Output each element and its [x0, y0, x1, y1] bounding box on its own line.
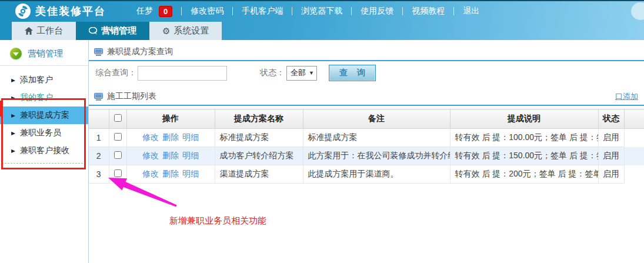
menu-change-password[interactable]: 修改密码 [191, 6, 223, 16]
trailing-cell [624, 129, 644, 147]
edit-link[interactable]: 修改 [142, 132, 159, 142]
delete-link[interactable]: 删除 [162, 132, 179, 142]
status-cell: 启用 [598, 165, 624, 184]
search-section-header: 兼职提成方案查询 [89, 40, 644, 61]
note-cell: 标准提成方案 [303, 129, 450, 147]
sidebar-dashed-divider [2, 163, 86, 164]
menu-logout[interactable]: 退出 [463, 6, 479, 16]
top-bar: 美佳装修平台 任梦 0 修改密码 手机客户端 浏览器下载 使用反馈 视频教程 退… [0, 0, 644, 21]
note-cell: 此提成方案用于渠道商。 [303, 165, 450, 184]
header-commission-desc: 提成说明 [450, 109, 598, 129]
collapse-circle-icon[interactable] [10, 48, 22, 59]
sidebar-item-label: 兼职客户接收 [20, 145, 69, 156]
sidebar-divider [0, 65, 88, 66]
trailing-cell [624, 147, 644, 165]
select-all-checkbox[interactable] [114, 114, 122, 122]
row-number: 1 [89, 129, 109, 147]
brand-title: 美佳装修平台 [35, 4, 106, 18]
row-operations: 修改删除明细 [126, 129, 215, 147]
detail-link[interactable]: 明细 [182, 169, 199, 178]
row-number: 3 [89, 165, 109, 184]
detail-link[interactable]: 明细 [182, 132, 199, 142]
query-label: 综合查询： [95, 68, 136, 78]
header-trailing [624, 109, 644, 129]
row-checkbox[interactable] [114, 151, 122, 159]
notification-badge[interactable]: 0 [159, 6, 172, 17]
commission-desc-cell: 转有效 后 提：200元；签单 后 提：签单 [450, 165, 598, 184]
top-header: 美佳装修平台 任梦 0 修改密码 手机客户端 浏览器下载 使用反馈 视频教程 退… [0, 0, 644, 40]
sidebar-item-parttime-salesman[interactable]: ▶ 兼职业务员 [0, 124, 88, 142]
edit-link[interactable]: 修改 [142, 169, 159, 178]
brand-logo-icon [15, 4, 31, 19]
row-checkbox[interactable] [114, 133, 122, 141]
detail-link[interactable]: 明细 [182, 151, 199, 160]
sidebar-item-parttime-customer-receive[interactable]: ▶ 兼职客户接收 [0, 142, 88, 159]
plan-name-cell: 成功客户转介绍方案 [215, 147, 303, 165]
commission-desc-cell: 转有效 后 提：150.00元；签单 后 提：签 [450, 147, 598, 165]
header-operations: 操作 [126, 109, 215, 129]
add-plan-link[interactable]: 口添加 [615, 91, 638, 102]
tab-label: 系统设置 [173, 25, 209, 36]
table-header-row: 操作 提成方案名称 备注 提成说明 状态 [89, 109, 644, 129]
query-button[interactable]: 查 询 [329, 65, 376, 81]
status-label: 状态： [260, 68, 285, 78]
bullet-triangle-icon: ▶ [11, 131, 15, 136]
menu-separator [232, 7, 233, 15]
user-name[interactable]: 任梦 [136, 6, 153, 16]
sidebar-item-parttime-commission-plan[interactable]: ▶ 兼职提成方案 [0, 106, 88, 124]
status-selected-value: 全部 [291, 68, 306, 78]
gear-icon: ⚙ [162, 26, 170, 35]
bullet-triangle-icon: ▶ [11, 95, 15, 101]
header-row-number [89, 109, 109, 129]
sidebar-group-header[interactable]: 营销管理 [0, 40, 88, 65]
menu-browser-download[interactable]: 浏览器下载 [301, 6, 342, 16]
query-input[interactable] [138, 66, 227, 81]
main-nav-tabs: 工作台 营销管理 ⚙ 系统设置 [12, 22, 222, 40]
delete-link[interactable]: 删除 [162, 151, 179, 160]
tab-label: 营销管理 [101, 25, 136, 36]
note-cell: 此方案用于：在我公司装修成功并转介绍的客 [303, 147, 450, 165]
menu-separator [181, 7, 182, 15]
status-select[interactable]: 全部 ▼ [286, 66, 317, 81]
top-menu: 任梦 0 修改密码 手机客户端 浏览器下载 使用反馈 视频教程 退出 [136, 6, 479, 17]
commission-desc-cell: 转有效 后 提：100.00元；签单 后 提：签 [450, 129, 598, 147]
tab-system-settings[interactable]: ⚙ 系统设置 [149, 22, 222, 40]
bullet-triangle-icon: ▶ [11, 78, 15, 83]
tab-marketing[interactable]: 营销管理 [76, 22, 149, 40]
edit-link[interactable]: 修改 [142, 151, 159, 160]
tab-workbench[interactable]: 工作台 [12, 22, 76, 40]
sidebar-item-label: 我的客户 [20, 92, 53, 103]
sidebar: 营销管理 ▶ 添加客户 ▶ 我的客户 ▶ 兼职提成方案 ▶ 兼职业务员 [0, 40, 89, 263]
plan-name-cell: 标准提成方案 [215, 129, 303, 147]
menu-mobile-client[interactable]: 手机客户端 [242, 6, 283, 16]
bullet-triangle-icon: ▶ [11, 148, 15, 154]
sidebar-item-add-customer[interactable]: ▶ 添加客户 [0, 71, 88, 89]
sidebar-item-label: 添加客户 [20, 75, 53, 85]
table-row: 2 修改删除明细 成功客户转介绍方案 此方案用于：在我公司装修成功并转介绍的客 … [89, 147, 644, 165]
row-operations: 修改删除明细 [126, 165, 215, 184]
sidebar-item-label: 兼职提成方案 [20, 110, 69, 121]
menu-separator [351, 7, 352, 15]
main-content: 兼职提成方案查询 综合查询： 状态： 全部 ▼ 查 询 施工工期列表 [89, 40, 644, 263]
row-checkbox[interactable] [114, 169, 122, 177]
search-section-title: 兼职提成方案查询 [107, 46, 173, 57]
header-plan-name: 提成方案名称 [215, 109, 303, 129]
home-icon [25, 27, 33, 35]
delete-link[interactable]: 删除 [162, 169, 179, 178]
row-operations: 修改删除明细 [126, 147, 215, 165]
tab-label: 工作台 [36, 25, 63, 36]
menu-feedback[interactable]: 使用反馈 [361, 6, 393, 16]
sidebar-item-my-customers[interactable]: ▶ 我的客户 [0, 89, 88, 106]
trailing-cell [624, 165, 644, 184]
table-row: 1 修改删除明细 标准提成方案 标准提成方案 转有效 后 提：100.00元；签… [89, 129, 644, 147]
plan-name-cell: 渠道提成方案 [215, 165, 303, 184]
header-note: 备注 [303, 109, 450, 129]
bullet-triangle-icon: ▶ [11, 113, 15, 118]
table-row: 3 修改删除明细 渠道提成方案 此提成方案用于渠道商。 转有效 后 提：200元… [89, 165, 644, 184]
menu-separator [292, 7, 292, 15]
top-border-line [0, 0, 644, 1]
sidebar-group-title: 营销管理 [28, 48, 63, 59]
plans-table: 操作 提成方案名称 备注 提成说明 状态 1 修改删除明细 [89, 109, 644, 184]
row-number: 2 [89, 147, 109, 165]
menu-video-tutorial[interactable]: 视频教程 [412, 6, 445, 16]
